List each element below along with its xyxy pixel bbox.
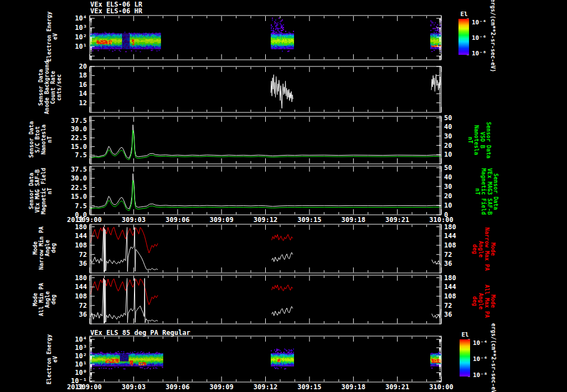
svg-text:10⁻⁶: 10⁻⁶ [473,355,488,363]
svg-text:72: 72 [444,302,452,310]
svg-text:309:09: 309:09 [209,216,233,224]
panel3-y-axis-title: Sensor Data S/C Btot Nanotesla nT [28,121,53,158]
panel-all-pa: 36721081441803672108144180 [75,274,456,324]
svg-text:72: 72 [444,251,452,259]
svg-text:309:03: 309:03 [122,383,146,391]
svg-text:7.5: 7.5 [75,151,87,159]
svg-text:22.5: 22.5 [71,184,87,192]
svg-text:10⁻⁴: 10⁻⁴ [472,19,487,26]
panel-narrow-pa: 36721081441803672108144180 [75,223,456,273]
svg-text:30: 30 [444,132,452,140]
svg-text:309:18: 309:18 [342,216,365,224]
svg-text:22.5: 22.5 [71,134,87,142]
svg-text:10⁻⁴: 10⁻⁴ [473,339,488,347]
svg-text:18: 18 [79,71,87,79]
svg-text:10: 10 [444,202,452,209]
colorbar-top [458,19,469,55]
colorbar-top-title: El [456,11,472,18]
svg-text:309:06: 309:06 [166,383,189,391]
svg-text:20: 20 [79,63,87,70]
svg-text:180: 180 [444,274,456,282]
svg-text:144: 144 [444,283,456,291]
svg-text:309:06: 309:06 [166,216,189,224]
svg-text:309:15: 309:15 [297,216,321,224]
colorbar-bottom [460,339,470,376]
panel6-right-axis-title: Mode All Max PA Angle deg [472,285,496,318]
svg-text:10⁴: 10⁴ [75,14,87,22]
panel1-title: VEx ELS-06 LR VEx ELS-06 HR [90,1,142,14]
svg-text:0: 0 [444,211,448,219]
svg-text:10⁴: 10⁴ [75,336,87,343]
svg-text:180: 180 [444,223,456,231]
svg-text:16: 16 [79,81,87,89]
colorbar-top-unit: ergs/(cm**2-sr-sec-eV) [490,0,496,72]
svg-text:50: 50 [444,164,452,172]
svg-text:309:03: 309:03 [122,216,146,224]
svg-text:144: 144 [444,232,456,240]
svg-text:10²: 10² [75,352,87,360]
svg-text:309:18: 309:18 [342,383,365,391]
svg-text:309:12: 309:12 [254,383,277,391]
svg-text:10⁻⁶: 10⁻⁶ [472,34,487,42]
svg-text:36: 36 [444,260,452,267]
panel-els-85: 2012309:00309:03309:06309:09309:12309:15… [67,336,453,391]
svg-text:10¹: 10¹ [75,43,87,50]
svg-text:36: 36 [79,311,87,318]
plot-stage: 10⁴10³10²10¹12141618207.515.022.530.037.… [0,0,567,392]
svg-text:50: 50 [444,114,452,122]
svg-text:15.0: 15.0 [71,143,87,151]
svg-text:144: 144 [75,232,87,240]
svg-text:72: 72 [79,251,87,259]
svg-text:20: 20 [444,142,452,149]
panel2-y-axis-title: Sensor Data Anode Background Count Rate … [38,61,62,114]
svg-text:10¹: 10¹ [75,360,87,368]
svg-text:309:12: 309:12 [254,216,277,224]
panel4-y-axis-title: Sensor Data VEx MAG SAF-B Magnetic Field… [28,168,53,214]
svg-text:108: 108 [75,241,87,249]
svg-text:37.5: 37.5 [71,117,87,125]
panel-bg-count-rate: 1214161820 [79,63,441,112]
svg-text:180: 180 [75,274,87,282]
svg-text:309:09: 309:09 [209,383,233,391]
svg-text:10⁻¹: 10⁻¹ [71,377,87,385]
panel-mag-saf-b: 2012309:00309:03309:06309:09309:12309:15… [67,164,453,224]
svg-text:10²: 10² [75,33,87,41]
svg-text:180: 180 [75,223,87,231]
svg-text:37.5: 37.5 [71,166,87,173]
svg-text:10⁰: 10⁰ [75,369,87,376]
svg-text:36: 36 [79,260,87,267]
panel-sc-btot: 7.515.022.530.037.51020304050 [71,114,452,164]
svg-text:309:21: 309:21 [385,383,409,391]
svg-text:0.0: 0.0 [75,211,87,219]
svg-text:10⁻⁸: 10⁻⁸ [472,50,487,57]
svg-text:14: 14 [79,90,87,97]
panel1-y-axis-title: Electron Energy eV [46,12,58,61]
svg-text:108: 108 [444,241,456,249]
svg-text:12: 12 [79,99,87,107]
svg-text:310:00: 310:00 [429,383,453,391]
svg-text:20: 20 [444,192,452,200]
panel5-y-axis-title: Mode Narrow Min PA Angle deg [32,226,56,270]
svg-text:309:21: 309:21 [385,216,409,224]
svg-text:30.0: 30.0 [71,125,87,133]
svg-text:15.0: 15.0 [71,193,87,200]
svg-text:10³: 10³ [75,344,87,352]
svg-text:72: 72 [79,302,87,310]
svg-text:7.5: 7.5 [75,202,87,210]
svg-text:40: 40 [444,123,452,131]
svg-text:10: 10 [444,151,452,158]
panel7-title: VEx ELS 85 deg PA Regular [90,329,190,336]
panel7-y-axis-title: Electron Energy eV [46,334,58,384]
panel3-right-axis-title: Sensor Data VSO B Nanotesla nT [467,122,492,158]
svg-text:108: 108 [444,292,456,300]
svg-text:36: 36 [444,311,452,318]
svg-text:108: 108 [75,292,87,300]
svg-text:10⁻⁸: 10⁻⁸ [473,372,488,379]
colorbar-bottom-title: El [457,331,473,338]
colorbar-bottom-unit: ergs/(cm**2-sr-sec-eV) [491,323,497,392]
svg-text:30: 30 [444,183,452,190]
svg-text:30.0: 30.0 [71,174,87,182]
panel4-right-axis-title: Sensor Data VEx MAG3 SAF-B Magnetic Fiel… [475,168,499,215]
panel-els-lr-hr: 10⁴10³10²10¹ [75,14,441,60]
panel5-right-axis-title: Mode Narrow Max PA Angle deg [472,228,496,271]
